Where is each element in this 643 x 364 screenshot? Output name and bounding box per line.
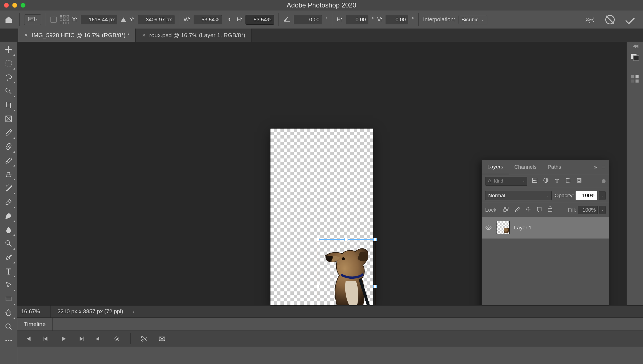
filter-pixel-icon[interactable] xyxy=(531,178,538,184)
timeline-panel: Timeline xyxy=(17,317,643,364)
lock-position-icon[interactable] xyxy=(525,206,531,213)
close-tab-icon[interactable]: × xyxy=(24,32,28,39)
filter-adjustment-icon[interactable] xyxy=(542,178,550,184)
interpolation-value: Bicubic xyxy=(462,17,479,23)
hand-tool[interactable] xyxy=(1,306,16,320)
document-dimensions[interactable]: 2210 px x 3857 px (72 ppi) xyxy=(51,308,130,315)
h-value-input[interactable]: 53.54% xyxy=(246,15,274,24)
eraser-tool[interactable] xyxy=(1,195,16,209)
channels-tab[interactable]: Channels xyxy=(509,160,542,174)
healing-brush-tool[interactable] xyxy=(1,140,16,153)
filter-type-icon[interactable]: T xyxy=(553,178,561,184)
warp-mode-icon[interactable] xyxy=(585,16,594,24)
fill-dropdown-icon[interactable]: ⌄ xyxy=(599,206,606,214)
skew-h-input[interactable]: 0.00 xyxy=(346,15,368,24)
minimize-window-button[interactable] xyxy=(12,3,17,8)
opacity-value-input[interactable]: 100% xyxy=(576,191,597,200)
timeline-tab[interactable]: Timeline xyxy=(17,318,53,330)
timeline-settings-icon[interactable] xyxy=(113,335,121,343)
timeline-next-frame-icon[interactable] xyxy=(77,335,85,343)
quick-selection-tool[interactable] xyxy=(1,84,16,98)
timeline-transition-icon[interactable] xyxy=(158,335,166,343)
lock-all-icon[interactable] xyxy=(548,206,553,213)
filter-shape-icon[interactable] xyxy=(564,178,572,184)
close-tab-icon[interactable]: × xyxy=(142,32,145,39)
blur-tool[interactable] xyxy=(1,223,16,237)
angle-value-input[interactable]: 0.00 xyxy=(294,15,322,24)
rectangle-tool[interactable] xyxy=(1,292,16,306)
close-window-button[interactable] xyxy=(4,3,9,8)
brush-tool[interactable] xyxy=(1,153,16,167)
swatches-panel-icon[interactable] xyxy=(629,73,641,85)
paths-tab[interactable]: Paths xyxy=(542,160,567,174)
toggle-reference-relative[interactable] xyxy=(50,17,57,23)
gradient-tool[interactable] xyxy=(1,209,16,223)
w-value-input[interactable]: 53.54% xyxy=(194,15,222,24)
crop-tool[interactable] xyxy=(1,98,16,112)
fill-label: Fill: xyxy=(568,207,576,213)
layer-visibility-icon[interactable] xyxy=(485,224,492,231)
transform-tool-preset[interactable]: ▾ xyxy=(24,14,41,25)
document-tab-active[interactable]: × IMG_5928.HEIC @ 16.7% (RGB/8*) * xyxy=(18,29,136,42)
fill-value-input[interactable]: 100% xyxy=(578,206,598,214)
home-button[interactable] xyxy=(2,13,15,26)
layer-row[interactable]: Layer 1 xyxy=(482,217,609,239)
color-panel-icon[interactable] xyxy=(629,51,641,63)
status-bar: 16.67% 2210 px x 3857 px (72 ppi) › xyxy=(17,305,643,317)
zoom-level[interactable]: 16.67% xyxy=(17,308,50,315)
cancel-transform-button[interactable] xyxy=(605,15,615,24)
frame-tool[interactable] xyxy=(1,112,16,126)
reference-point-grid[interactable] xyxy=(60,15,69,24)
svg-point-11 xyxy=(10,340,12,341)
lock-transparency-icon[interactable] xyxy=(503,206,509,213)
document-tabs: × IMG_5928.HEIC @ 16.7% (RGB/8*) * × rou… xyxy=(0,29,643,42)
y-value-input[interactable]: 3409.97 px xyxy=(138,15,174,24)
lasso-tool[interactable] xyxy=(1,70,16,84)
lock-image-icon[interactable] xyxy=(514,206,520,213)
lock-artboard-icon[interactable] xyxy=(536,206,542,213)
pen-tool[interactable] xyxy=(1,250,16,264)
timeline-prev-frame-icon[interactable] xyxy=(42,335,50,343)
dodge-tool[interactable] xyxy=(1,237,16,250)
svg-rect-19 xyxy=(504,207,506,209)
commit-transform-button[interactable] xyxy=(625,15,635,24)
skew-v-input[interactable]: 0.00 xyxy=(386,15,408,24)
clone-stamp-tool[interactable] xyxy=(1,167,16,181)
history-brush-tool[interactable] xyxy=(1,181,16,195)
status-more-icon[interactable]: › xyxy=(130,308,135,315)
timeline-play-icon[interactable] xyxy=(59,335,68,343)
svg-rect-2 xyxy=(6,61,11,66)
fullscreen-window-button[interactable] xyxy=(21,3,26,8)
timeline-first-frame-icon[interactable] xyxy=(24,335,32,343)
document-tab-inactive[interactable]: × roux.psd @ 16.7% (Layer 1, RGB/8*) xyxy=(136,29,252,42)
filter-toggle-switch[interactable] xyxy=(602,179,606,183)
edit-toolbar-button[interactable] xyxy=(1,334,16,347)
blend-mode-select[interactable]: Normal ⌄ xyxy=(485,191,552,200)
marquee-tool[interactable] xyxy=(1,57,16,70)
link-aspect-button[interactable] xyxy=(225,16,234,24)
layer-thumbnail[interactable] xyxy=(496,221,510,234)
type-tool[interactable] xyxy=(1,264,16,278)
layer-name[interactable]: Layer 1 xyxy=(514,225,531,231)
move-tool[interactable] xyxy=(1,43,16,57)
opacity-dropdown-icon[interactable]: ⌄ xyxy=(599,191,606,200)
blend-mode-value: Normal xyxy=(488,193,505,199)
svg-point-13 xyxy=(488,180,490,182)
angle-icon xyxy=(283,16,290,23)
path-selection-tool[interactable] xyxy=(1,278,16,292)
panel-collapse-icon[interactable]: » xyxy=(594,164,597,170)
filter-smartobject-icon[interactable] xyxy=(576,178,583,184)
x-value-input[interactable]: 1618.44 px xyxy=(81,15,117,24)
svg-rect-22 xyxy=(504,209,506,211)
timeline-split-icon[interactable] xyxy=(140,335,148,343)
interpolation-select[interactable]: Bicubic ⌄ xyxy=(459,15,487,24)
panel-menu-icon[interactable]: ≡ xyxy=(602,164,605,170)
opacity-label: Opacity: xyxy=(555,193,574,199)
eyedropper-tool[interactable] xyxy=(1,126,16,140)
delta-icon[interactable] xyxy=(121,17,126,22)
expand-dock-icon[interactable]: ◀◀ xyxy=(632,43,637,48)
zoom-tool[interactable] xyxy=(1,320,16,334)
layer-filter-kind[interactable]: Kind ⌄ xyxy=(485,177,527,186)
layers-tab[interactable]: Layers xyxy=(482,160,509,174)
timeline-audio-icon[interactable] xyxy=(95,335,103,343)
